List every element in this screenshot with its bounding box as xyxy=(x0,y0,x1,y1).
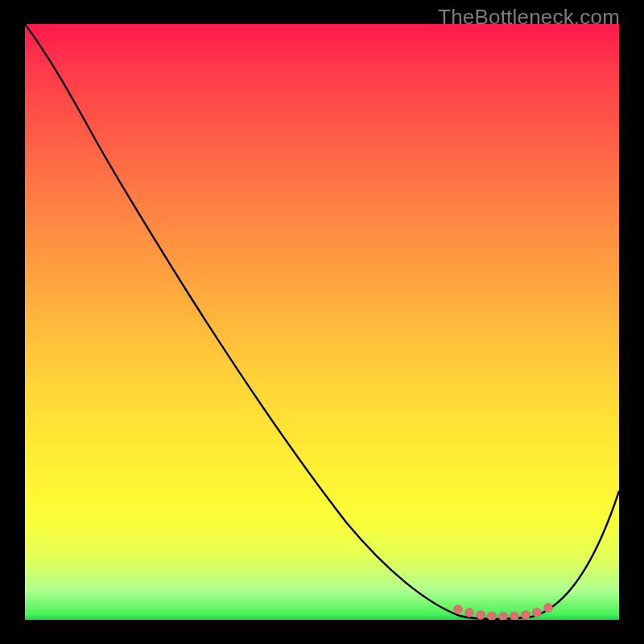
svg-point-8 xyxy=(544,604,553,613)
svg-point-2 xyxy=(477,611,485,620)
bottleneck-curve xyxy=(25,24,619,619)
svg-point-3 xyxy=(488,612,497,620)
chart-frame: TheBottleneck.com xyxy=(0,0,644,644)
svg-point-5 xyxy=(510,612,519,620)
chart-svg xyxy=(25,24,619,620)
svg-point-6 xyxy=(522,611,530,620)
chart-plot-area xyxy=(25,24,619,620)
watermark-text: TheBottleneck.com xyxy=(438,5,620,30)
svg-point-7 xyxy=(533,609,542,617)
svg-point-0 xyxy=(454,605,463,614)
svg-point-4 xyxy=(499,613,508,621)
svg-point-1 xyxy=(465,609,474,617)
